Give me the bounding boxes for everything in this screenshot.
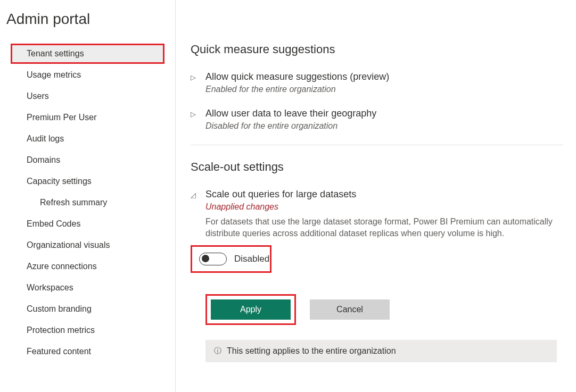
chevron-down-icon: ◿	[191, 191, 201, 199]
toggle-knob	[202, 255, 209, 262]
nav-item-organizational-visuals[interactable]: Organizational visuals	[11, 235, 164, 255]
apply-button-highlight: Apply	[205, 294, 296, 325]
nav-item-audit-logs[interactable]: Audit logs	[11, 129, 164, 149]
chevron-right-icon: ▷	[191, 110, 201, 118]
nav-item-protection-metrics[interactable]: Protection metrics	[11, 320, 164, 340]
sidebar: Admin portal Tenant settings Usage metri…	[0, 0, 176, 392]
setting-title: Allow user data to leave their geography	[205, 108, 376, 119]
nav-item-embed-codes[interactable]: Embed Codes	[11, 214, 164, 234]
button-row: Apply Cancel	[205, 294, 576, 325]
nav-item-featured-content[interactable]: Featured content	[11, 341, 164, 362]
nav-item-custom-branding[interactable]: Custom branding	[11, 299, 164, 319]
setting-scale-out-queries[interactable]: ◿ Scale out queries for large datasets U…	[191, 189, 576, 240]
nav-item-capacity-settings[interactable]: Capacity settings	[11, 171, 164, 191]
cancel-button[interactable]: Cancel	[310, 299, 390, 320]
setting-allow-user-data-leave-geo[interactable]: ▷ Allow user data to leave their geograp…	[191, 108, 576, 131]
toggle-label: Disabled	[234, 254, 269, 264]
setting-status: Disabled for the entire organization	[205, 121, 376, 131]
setting-status: Enabled for the entire organization	[205, 85, 389, 94]
section-divider	[191, 145, 563, 145]
toggle-highlight: Disabled	[191, 245, 271, 273]
nav-item-usage-metrics[interactable]: Usage metrics	[11, 65, 164, 85]
section-heading-scale-out: Scale-out settings	[191, 160, 576, 174]
nav-item-azure-connections[interactable]: Azure connections	[11, 256, 164, 277]
section-heading-quick-measure: Quick measure suggestions	[191, 43, 576, 56]
chevron-right-icon: ▷	[191, 73, 201, 81]
info-banner-text: This setting applies to the entire organ…	[227, 346, 396, 356]
scale-out-toggle[interactable]	[199, 253, 227, 265]
apply-button[interactable]: Apply	[211, 299, 291, 320]
info-banner: ⓘ This setting applies to the entire org…	[205, 340, 557, 362]
nav-item-users[interactable]: Users	[11, 86, 164, 106]
setting-title: Scale out queries for large datasets	[205, 189, 567, 200]
setting-unapplied-warning: Unapplied changes	[205, 202, 567, 212]
setting-allow-quick-measure[interactable]: ▷ Allow quick measure suggestions (previ…	[191, 71, 576, 94]
info-icon: ⓘ	[214, 346, 221, 356]
nav-item-tenant-settings[interactable]: Tenant settings	[11, 44, 164, 64]
nav-item-refresh-summary[interactable]: Refresh summary	[11, 193, 164, 213]
nav-item-domains[interactable]: Domains	[11, 150, 164, 170]
page-title: Admin portal	[6, 11, 175, 28]
setting-title: Allow quick measure suggestions (preview…	[205, 71, 389, 82]
nav-list: Tenant settings Usage metrics Users Prem…	[5, 44, 175, 362]
setting-description: For datasets that use the large dataset …	[205, 216, 567, 240]
content: Quick measure suggestions ▷ Allow quick …	[176, 0, 576, 392]
nav-item-workspaces[interactable]: Workspaces	[11, 278, 164, 298]
nav-item-premium-per-user[interactable]: Premium Per User	[11, 107, 164, 128]
